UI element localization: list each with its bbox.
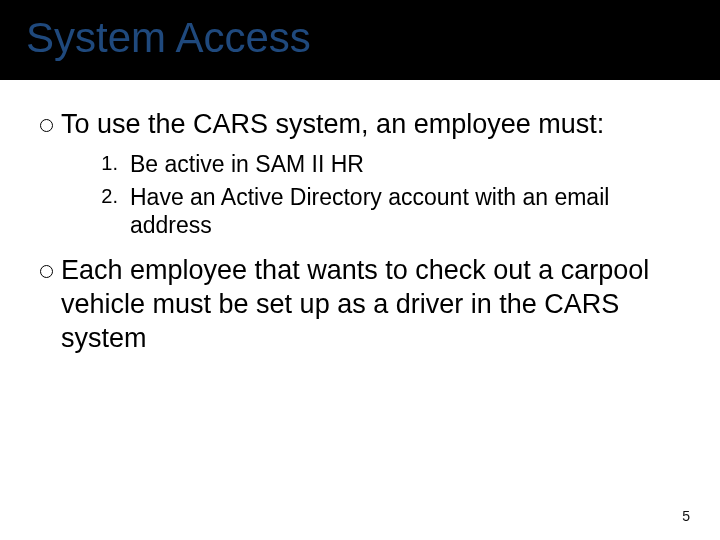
- bullet-text: To use the CARS system, an employee must…: [61, 108, 604, 142]
- list-item: 1. Be active in SAM II HR: [92, 150, 680, 179]
- title-bar: System Access: [0, 0, 720, 80]
- bullet-text: Each employee that wants to check out a …: [61, 254, 680, 355]
- bullet-circle-icon: [40, 119, 53, 132]
- slide: System Access To use the CARS system, an…: [0, 0, 720, 540]
- bullet-circle-icon: [40, 265, 53, 278]
- list-number: 2.: [92, 185, 118, 208]
- list-item: 2. Have an Active Directory account with…: [92, 183, 680, 241]
- page-number: 5: [682, 508, 690, 524]
- bullet-item: Each employee that wants to check out a …: [40, 254, 680, 355]
- list-number: 1.: [92, 152, 118, 175]
- list-text: Be active in SAM II HR: [130, 150, 364, 179]
- list-text: Have an Active Directory account with an…: [130, 183, 670, 241]
- slide-body: To use the CARS system, an employee must…: [0, 80, 720, 355]
- slide-title: System Access: [26, 14, 694, 62]
- numbered-list: 1. Be active in SAM II HR 2. Have an Act…: [92, 150, 680, 240]
- bullet-item: To use the CARS system, an employee must…: [40, 108, 680, 142]
